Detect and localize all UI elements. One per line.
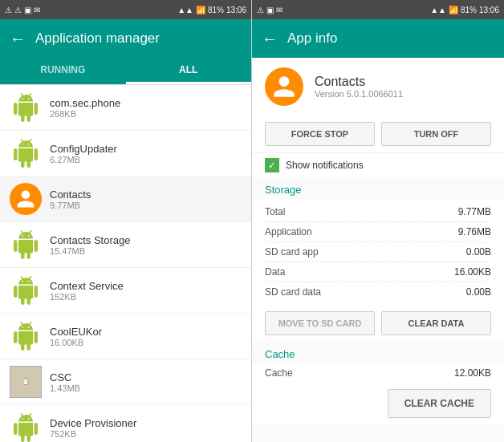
list-item[interactable]: com.sec.phone 268KB (0, 85, 251, 131)
list-item[interactable]: CoolEUKor 16.00KB (0, 314, 251, 359)
force-stop-button[interactable]: FORCE STOP (265, 122, 375, 146)
storage-buttons: MOVE TO SD CARD CLEAR DATA (252, 305, 504, 342)
app-detail-name: Contacts (315, 75, 403, 89)
contacts-icon (10, 183, 42, 215)
storage-row-total: Total 9.77MB (265, 202, 491, 222)
status-icons-left: ⚠ ⚠ ▣ ✉ (5, 6, 40, 14)
app-info: com.sec.phone 268KB (50, 97, 120, 119)
battery-text: 81% (208, 6, 224, 14)
tab-all[interactable]: ALL (126, 58, 252, 84)
app-info: Contacts 9.77MB (50, 189, 91, 210)
app-icon-android (10, 412, 42, 442)
list-item[interactable]: Contacts Storage 15.47MB (0, 222, 251, 268)
notifications-row: ✓ Show notifications (252, 152, 504, 177)
back-button-left[interactable]: ← (10, 30, 26, 48)
app-name: Context Service (50, 280, 124, 292)
storage-value: 9.77MB (458, 206, 491, 217)
storage-label: Total (265, 206, 285, 217)
app-version: Version 5.0.1.0066011 (315, 89, 403, 99)
app-icon-android (10, 320, 42, 352)
app-info: CSC 1.43MB (50, 371, 80, 393)
cache-label: Cache (265, 367, 293, 379)
left-panel: ⚠ ⚠ ▣ ✉ ▲▲ 📶 81% 13:06 ← Application man… (0, 0, 252, 442)
warning-icon-2: ⚠ (14, 6, 22, 14)
cache-buttons: CLEAR CACHE (252, 383, 504, 424)
signal-icon-r: ▲▲ (430, 6, 446, 14)
storage-table: Total 9.77MB Application 9.76MB SD card … (252, 199, 504, 305)
list-item[interactable]: ConfigUpdater 6.27MB (0, 131, 251, 176)
app-size: 268KB (50, 109, 120, 119)
app-icon-android (10, 229, 42, 261)
app-header-text: Contacts Version 5.0.1.0066011 (315, 75, 403, 99)
app-size: 752KB (50, 429, 136, 439)
left-header-title: Application manager (35, 30, 160, 47)
storage-row-sdcard-app: SD card app 0.00B (265, 242, 491, 262)
app-info: CoolEUKor 16.00KB (50, 326, 102, 347)
cache-row: Cache 12.00KB (252, 363, 504, 383)
tabs-row: RUNNING ALL (0, 58, 251, 85)
app-size: 1.43MB (50, 383, 80, 393)
storage-row-app: Application 9.76MB (265, 222, 491, 242)
app-info: Contacts Storage 15.47MB (50, 234, 130, 256)
app-icon-android (10, 137, 42, 169)
storage-value: 16.00KB (454, 266, 491, 278)
app-info: ConfigUpdater 6.27MB (50, 143, 117, 164)
list-item[interactable]: Device Provisioner 752KB (0, 405, 251, 442)
list-item[interactable]: Context Service 152KB (0, 268, 251, 314)
app-info: Context Service 152KB (50, 280, 124, 302)
app-header-icon (265, 67, 303, 106)
app-name: ConfigUpdater (50, 143, 117, 155)
warning-icon: ⚠ (5, 6, 12, 14)
cache-value: 12.00KB (454, 367, 491, 379)
left-header: ← Application manager (0, 19, 251, 58)
storage-label: Application (265, 226, 312, 237)
storage-section-header: Storage (252, 177, 504, 199)
storage-row-sdcard-data: SD card data 0.00B (265, 282, 491, 302)
time-right: 13:06 (479, 6, 499, 14)
list-item[interactable]: 📋 CSC 1.43MB (0, 359, 251, 405)
notifications-checkbox[interactable]: ✓ (265, 158, 279, 172)
time-left: 13:06 (226, 6, 246, 14)
cache-section: Cache Cache 12.00KB CLEAR CACHE (252, 342, 504, 442)
action-buttons: FORCE STOP TURN OFF (252, 116, 504, 152)
storage-value: 9.76MB (458, 226, 491, 237)
message-icon: ✉ (34, 6, 40, 14)
app-icon-indicator-r: ▣ (266, 6, 274, 14)
clear-data-button[interactable]: CLEAR DATA (381, 311, 491, 335)
app-name: Contacts (50, 189, 91, 201)
app-size: 16.00KB (50, 338, 102, 347)
app-name: CoolEUKor (50, 326, 102, 338)
status-bar-right: ⚠ ▣ ✉ ▲▲ 📶 81% 13:06 (252, 0, 504, 19)
move-to-sd-card-button[interactable]: MOVE TO SD CARD (265, 311, 375, 335)
csc-icon: 📋 (10, 366, 42, 398)
notifications-label: Show notifications (286, 160, 364, 171)
tab-running[interactable]: RUNNING (0, 58, 126, 84)
storage-label: SD card data (265, 286, 321, 298)
app-name: CSC (50, 371, 80, 383)
app-name: Device Provisioner (50, 417, 136, 429)
right-panel: ⚠ ▣ ✉ ▲▲ 📶 81% 13:06 ← App info Contacts… (252, 0, 504, 442)
app-header-content: Contacts Version 5.0.1.0066011 (252, 58, 504, 116)
right-header-title: App info (287, 30, 337, 47)
list-item-contacts[interactable]: Contacts 9.77MB (0, 176, 251, 222)
back-button-right[interactable]: ← (262, 30, 278, 48)
storage-label: SD card app (265, 246, 319, 257)
status-right-right: ▲▲ 📶 81% 13:06 (430, 6, 499, 14)
clear-cache-button[interactable]: CLEAR CACHE (388, 389, 491, 418)
wifi-icon-r: 📶 (449, 6, 458, 14)
app-size: 15.47MB (50, 246, 130, 256)
signal-icon: ▲▲ (177, 6, 193, 14)
app-icon-android (10, 274, 42, 306)
wifi-icon: 📶 (196, 6, 205, 14)
right-header: ← App info (252, 19, 504, 58)
status-bar-left: ⚠ ⚠ ▣ ✉ ▲▲ 📶 81% 13:06 (0, 0, 251, 19)
storage-value: 0.00B (466, 246, 491, 257)
app-info: Device Provisioner 752KB (50, 417, 136, 439)
message-icon-r: ✉ (276, 6, 282, 14)
turn-off-button[interactable]: TURN OFF (381, 122, 491, 146)
storage-label: Data (265, 266, 285, 278)
cache-section-header: Cache (252, 342, 504, 363)
app-icon-indicator: ▣ (24, 6, 31, 14)
app-icon-android (10, 91, 42, 124)
app-size: 9.77MB (50, 201, 91, 210)
